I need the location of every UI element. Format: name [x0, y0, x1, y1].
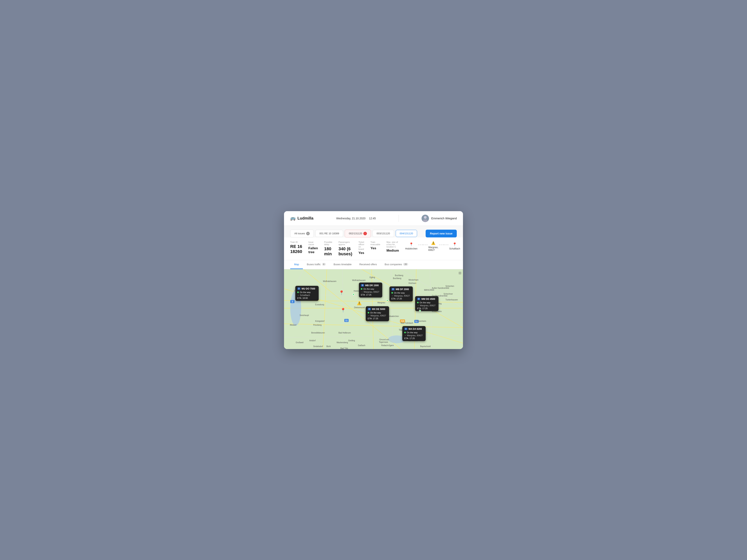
delay-value: 180 min	[324, 246, 332, 257]
route-dash-4	[444, 245, 448, 245]
header-time: 12:45	[369, 217, 376, 220]
bus-eta-mb-df-2000: ETA: 17:25	[391, 297, 411, 300]
tab-002[interactable]: 002/131120 !	[345, 230, 371, 237]
ticket-label: Ticket officer on board	[359, 241, 364, 250]
bus-eta-ma-da-6200: ETA: 17:25	[404, 337, 424, 340]
sub-tab-bus-companies-label: Bus companies	[385, 263, 402, 266]
bus-dest-mb-dr-1500: → Wargnau, 83627	[361, 291, 380, 293]
bus-status-ma-da-6200: On the way	[404, 331, 424, 334]
bus-plate-mb-dr-1500: MB DR 1500	[365, 284, 379, 287]
sub-tab-received-offers[interactable]: Received offers	[355, 260, 381, 269]
tabs-row: All issues 4 001 RE 10 18389 002/131120 …	[284, 226, 463, 237]
svg-text:Außer Karolinenfeld: Außer Karolinenfeld	[432, 287, 449, 289]
map-pin-warning[interactable]: ⚠️	[357, 301, 362, 305]
bus-icon: 🚌	[290, 216, 295, 221]
sub-tab-buses-timetable[interactable]: Buses timetable	[330, 260, 356, 269]
delay-label: Possible delay	[324, 241, 332, 246]
avatar	[421, 215, 429, 222]
sub-tab-map[interactable]: Map	[290, 260, 303, 269]
green-dot-icon-6	[404, 332, 406, 333]
bus-plate-ma-da-6200: MA DA 6200	[409, 328, 422, 330]
passengers-label: Passengers approx.	[338, 241, 352, 246]
svg-text:Tuntenhausen: Tuntenhausen	[445, 299, 458, 301]
tab-all-issues[interactable]: All issues 4	[290, 230, 314, 237]
svg-text:Sindelsdorf: Sindelsdorf	[313, 345, 323, 347]
tab-all-issues-label: All issues	[294, 232, 305, 235]
bus-status-text-5: On the way	[420, 301, 431, 304]
bus-status-mx-de-5000: On the way	[368, 312, 387, 314]
header-date: Wednesday, 21.10.2020	[336, 217, 365, 220]
max-bus-value: Medium	[387, 249, 399, 252]
svg-text:Bad Feilnbach: Bad Feilnbach	[401, 322, 413, 324]
route-stop-schaftlach-name: Schaftlach	[449, 247, 460, 250]
svg-text:Schechen: Schechen	[445, 285, 454, 287]
svg-text:Tegernsee: Tegernsee	[379, 341, 388, 343]
bus-d-badge-2: D	[361, 284, 364, 287]
tab-002-badge: !	[363, 232, 367, 235]
route-stop-wargnau: ⚠️ Wargnau, 83627	[428, 241, 438, 251]
bus-card-mx-de-5000[interactable]: D MX DE 5000 On the way → Wargnau, 83627…	[366, 306, 389, 321]
bus-eta-mx-de-5000: ETA: 17:25	[368, 317, 387, 320]
app-window: 🚌 Ludmilla Wednesday, 21.10.2020 12:45 E…	[284, 211, 463, 349]
route-dash-2	[423, 245, 428, 245]
tab-re-18389-label: 001 RE 10 18389	[319, 232, 339, 235]
svg-text:Wargnau: Wargnau	[378, 301, 385, 304]
header-right: Emmerich Wiegand	[421, 215, 457, 222]
sub-tab-bus-companies[interactable]: Bus companies 20	[381, 260, 412, 269]
route-stop-holzkirchen: 📍 Holzkirchen	[405, 242, 417, 250]
svg-text:Buchberg: Buchberg	[395, 274, 403, 276]
bus-card-mu-do-7500-header: D MU DO 7500	[297, 287, 317, 290]
map-pin-lower[interactable]: 📍	[340, 308, 346, 313]
route-line-2	[439, 245, 448, 245]
tab-003[interactable]: 003/131120	[372, 230, 394, 237]
green-dot-icon	[297, 291, 299, 293]
sub-tab-buses-traffic[interactable]: Buses traffic 6	[303, 260, 330, 269]
tab-re-18389[interactable]: 001 RE 10 18389	[315, 230, 343, 237]
route-pin-schaftlach-icon: 📍	[453, 242, 457, 246]
svg-text:Schechner: Schechner	[443, 293, 453, 295]
sub-tab-map-label: Map	[294, 263, 299, 266]
svg-text:Rottach-Egern: Rottach-Egern	[381, 344, 394, 347]
header-left: 🚌 Ludmilla	[290, 216, 313, 221]
bus-card-mm-dd-4500[interactable]: D MM DD 4500 On the way → Wargnau, 83627…	[415, 296, 438, 311]
route-dash-3	[439, 245, 444, 245]
svg-text:Greiling: Greiling	[348, 340, 355, 342]
tab-003-label: 003/131120	[377, 232, 390, 235]
issue-cause-value: Fallen tree	[308, 246, 318, 254]
bus-d-badge-5: D	[417, 298, 420, 300]
bus-card-mm-dd-4500-header: D MM DD 4500	[417, 298, 437, 300]
svg-text:Bad Heilbrunn: Bad Heilbrunn	[338, 332, 351, 334]
bus-plate-mx-de-5000: MX DE 5000	[372, 308, 385, 311]
svg-text:Gaißach: Gaißach	[358, 344, 365, 347]
bus-card-ma-da-6200[interactable]: D MA DA 6200 On the way → Wargnau, 83627…	[402, 326, 426, 341]
bus-dest-mx-de-5000: → Wargnau, 83627	[368, 314, 387, 317]
bus-d-badge-3: D	[391, 288, 395, 291]
bus-eta-mb-dr-1500: ETA: 17:25	[361, 294, 380, 296]
bus-card-mu-do-7500[interactable]: D MU DO 7500 On the way → Schaftlach ETA…	[295, 286, 319, 301]
bus-status-text-6: On the way	[407, 331, 418, 334]
green-dot-icon-5	[417, 302, 419, 303]
map-grid-icon[interactable]: ⊞	[459, 271, 461, 275]
sub-tab-buses-traffic-count: 6	[322, 263, 326, 266]
report-new-issue-button[interactable]: Report new issue	[426, 230, 457, 237]
bus-card-mb-dr-1500[interactable]: D MB DR 1500 On the way → Wargnau, 83627…	[359, 283, 382, 297]
route-stop-schaftlach: 📍 Schaftlach	[449, 242, 460, 250]
route-section: 📍 Holzkirchen ⚠️ Wargnau, 83627 📍 Schaft…	[405, 241, 460, 251]
svg-text:MAHLRAIN: MAHLRAIN	[424, 289, 434, 291]
tab-002-label: 002/131120	[349, 232, 362, 235]
bus-card-mb-dr-1500-header: D MB DR 1500	[361, 284, 380, 287]
map-container[interactable]: 95 13 15 2 11 472 318 Tutzling Münsing E…	[284, 269, 463, 349]
tab-004[interactable]: 004/131120	[396, 230, 417, 237]
route-stop-holzkirchen-name: Holzkirchen	[405, 247, 417, 250]
map-pin-holzkirchen[interactable]: 📍	[339, 290, 344, 295]
train-id-field: Train ID RE 16 18260	[290, 241, 302, 254]
train-id-value: RE 16 18260	[290, 244, 302, 254]
bus-status-mb-df-2000: On the way	[391, 292, 411, 294]
bus-card-mb-df-2000[interactable]: D MB DF 2000 On the way → Wargnau, 83627…	[389, 287, 413, 301]
svg-text:Großweil: Großweil	[296, 342, 304, 344]
svg-text:Wackersberg: Wackersberg	[337, 342, 348, 344]
sub-tab-received-offers-label: Received offers	[359, 263, 377, 266]
svg-text:Eurasburg: Eurasburg	[315, 303, 324, 306]
passengers-field: Passengers approx. 340 (6 buses)	[338, 241, 352, 257]
evacuable-value: Yes	[370, 246, 380, 250]
